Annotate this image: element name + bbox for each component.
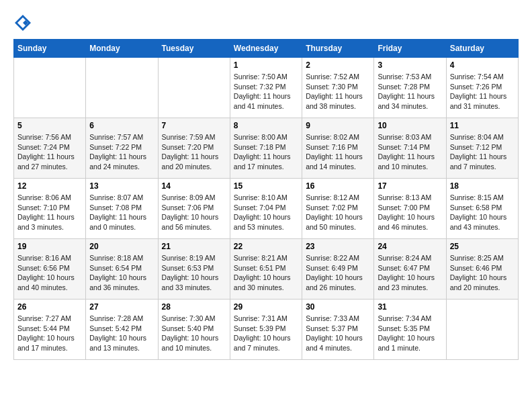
calendar-cell: 15Sunrise: 8:10 AM Sunset: 7:04 PM Dayli… xyxy=(230,179,302,239)
calendar-cell: 31Sunrise: 7:34 AM Sunset: 5:35 PM Dayli… xyxy=(374,300,446,360)
day-info: Sunrise: 7:30 AM Sunset: 5:40 PM Dayligh… xyxy=(162,314,226,353)
weekday-header: Sunday xyxy=(14,40,86,58)
day-info: Sunrise: 7:31 AM Sunset: 5:39 PM Dayligh… xyxy=(234,314,298,353)
day-number: 1 xyxy=(234,60,298,70)
day-info: Sunrise: 8:00 AM Sunset: 7:18 PM Dayligh… xyxy=(234,132,298,172)
day-info: Sunrise: 7:52 AM Sunset: 7:30 PM Dayligh… xyxy=(306,72,370,111)
day-info: Sunrise: 8:13 AM Sunset: 7:00 PM Dayligh… xyxy=(378,193,442,232)
calendar-week-row: 26Sunrise: 7:27 AM Sunset: 5:44 PM Dayli… xyxy=(14,300,519,360)
day-number: 9 xyxy=(306,121,370,130)
day-number: 19 xyxy=(17,242,82,251)
calendar-cell: 6Sunrise: 7:57 AM Sunset: 7:22 PM Daylig… xyxy=(86,118,158,179)
day-number: 8 xyxy=(234,121,298,130)
calendar-cell: 4Sunrise: 7:54 AM Sunset: 7:26 PM Daylig… xyxy=(446,58,518,118)
day-number: 17 xyxy=(378,181,442,191)
day-number: 12 xyxy=(17,181,82,191)
calendar-cell: 24Sunrise: 8:24 AM Sunset: 6:47 PM Dayli… xyxy=(374,239,446,300)
day-info: Sunrise: 7:57 AM Sunset: 7:22 PM Dayligh… xyxy=(89,132,154,172)
day-number: 4 xyxy=(450,60,515,70)
calendar-cell: 26Sunrise: 7:27 AM Sunset: 5:44 PM Dayli… xyxy=(14,300,86,360)
calendar-cell: 25Sunrise: 8:25 AM Sunset: 6:46 PM Dayli… xyxy=(446,239,518,300)
day-info: Sunrise: 7:53 AM Sunset: 7:28 PM Dayligh… xyxy=(378,72,442,111)
day-info: Sunrise: 8:15 AM Sunset: 6:58 PM Dayligh… xyxy=(450,193,515,232)
day-number: 24 xyxy=(378,242,442,251)
calendar-cell: 2Sunrise: 7:52 AM Sunset: 7:30 PM Daylig… xyxy=(302,58,374,118)
day-number: 25 xyxy=(450,242,515,251)
day-info: Sunrise: 7:28 AM Sunset: 5:42 PM Dayligh… xyxy=(89,314,154,353)
day-info: Sunrise: 8:06 AM Sunset: 7:10 PM Dayligh… xyxy=(17,193,82,232)
calendar-cell: 29Sunrise: 7:31 AM Sunset: 5:39 PM Dayli… xyxy=(230,300,302,360)
calendar-cell: 3Sunrise: 7:53 AM Sunset: 7:28 PM Daylig… xyxy=(374,58,446,118)
logo xyxy=(13,13,35,32)
day-info: Sunrise: 8:03 AM Sunset: 7:14 PM Dayligh… xyxy=(378,132,442,172)
calendar-cell: 12Sunrise: 8:06 AM Sunset: 7:10 PM Dayli… xyxy=(14,179,86,239)
calendar-cell: 16Sunrise: 8:12 AM Sunset: 7:02 PM Dayli… xyxy=(302,179,374,239)
weekday-header: Saturday xyxy=(446,40,518,58)
day-number: 18 xyxy=(450,181,515,191)
calendar-cell: 28Sunrise: 7:30 AM Sunset: 5:40 PM Dayli… xyxy=(158,300,230,360)
calendar-cell: 21Sunrise: 8:19 AM Sunset: 6:53 PM Dayli… xyxy=(158,239,230,300)
day-info: Sunrise: 7:59 AM Sunset: 7:20 PM Dayligh… xyxy=(162,132,226,172)
calendar-cell: 13Sunrise: 8:07 AM Sunset: 7:08 PM Dayli… xyxy=(86,179,158,239)
calendar-table: SundayMondayTuesdayWednesdayThursdayFrid… xyxy=(13,39,519,360)
weekday-header: Wednesday xyxy=(230,40,302,58)
calendar-cell xyxy=(86,58,158,118)
calendar-cell: 5Sunrise: 7:56 AM Sunset: 7:24 PM Daylig… xyxy=(14,118,86,179)
day-number: 15 xyxy=(234,181,298,191)
day-number: 29 xyxy=(234,302,298,312)
day-number: 20 xyxy=(89,242,154,251)
calendar-cell: 22Sunrise: 8:21 AM Sunset: 6:51 PM Dayli… xyxy=(230,239,302,300)
calendar-cell: 30Sunrise: 7:33 AM Sunset: 5:37 PM Dayli… xyxy=(302,300,374,360)
calendar-week-row: 1Sunrise: 7:50 AM Sunset: 7:32 PM Daylig… xyxy=(14,58,519,118)
calendar-week-row: 12Sunrise: 8:06 AM Sunset: 7:10 PM Dayli… xyxy=(14,179,519,239)
day-info: Sunrise: 8:10 AM Sunset: 7:04 PM Dayligh… xyxy=(234,193,298,232)
day-number: 6 xyxy=(89,121,154,130)
day-info: Sunrise: 8:12 AM Sunset: 7:02 PM Dayligh… xyxy=(306,193,370,232)
calendar-cell: 7Sunrise: 7:59 AM Sunset: 7:20 PM Daylig… xyxy=(158,118,230,179)
calendar-cell: 17Sunrise: 8:13 AM Sunset: 7:00 PM Dayli… xyxy=(374,179,446,239)
calendar-cell: 10Sunrise: 8:03 AM Sunset: 7:14 PM Dayli… xyxy=(374,118,446,179)
day-info: Sunrise: 8:04 AM Sunset: 7:12 PM Dayligh… xyxy=(450,132,515,172)
calendar-week-row: 19Sunrise: 8:16 AM Sunset: 6:56 PM Dayli… xyxy=(14,239,519,300)
day-info: Sunrise: 7:33 AM Sunset: 5:37 PM Dayligh… xyxy=(306,314,370,353)
day-info: Sunrise: 8:25 AM Sunset: 6:46 PM Dayligh… xyxy=(450,253,515,293)
weekday-header-row: SundayMondayTuesdayWednesdayThursdayFrid… xyxy=(14,40,519,58)
day-info: Sunrise: 8:16 AM Sunset: 6:56 PM Dayligh… xyxy=(17,253,82,293)
day-info: Sunrise: 7:50 AM Sunset: 7:32 PM Dayligh… xyxy=(234,72,298,111)
day-number: 3 xyxy=(378,60,442,70)
calendar-cell: 20Sunrise: 8:18 AM Sunset: 6:54 PM Dayli… xyxy=(86,239,158,300)
calendar-cell: 1Sunrise: 7:50 AM Sunset: 7:32 PM Daylig… xyxy=(230,58,302,118)
calendar-cell xyxy=(158,58,230,118)
day-number: 2 xyxy=(306,60,370,70)
day-number: 14 xyxy=(162,181,226,191)
day-number: 27 xyxy=(89,302,154,312)
weekday-header: Thursday xyxy=(302,40,374,58)
day-info: Sunrise: 8:19 AM Sunset: 6:53 PM Dayligh… xyxy=(162,253,226,293)
weekday-header: Monday xyxy=(86,40,158,58)
day-info: Sunrise: 8:24 AM Sunset: 6:47 PM Dayligh… xyxy=(378,253,442,293)
page-header xyxy=(13,13,519,32)
calendar-cell xyxy=(446,300,518,360)
day-number: 30 xyxy=(306,302,370,312)
calendar-cell: 27Sunrise: 7:28 AM Sunset: 5:42 PM Dayli… xyxy=(86,300,158,360)
calendar-cell: 19Sunrise: 8:16 AM Sunset: 6:56 PM Dayli… xyxy=(14,239,86,300)
day-number: 31 xyxy=(378,302,442,312)
day-number: 22 xyxy=(234,242,298,251)
day-number: 10 xyxy=(378,121,442,130)
day-info: Sunrise: 8:22 AM Sunset: 6:49 PM Dayligh… xyxy=(306,253,370,293)
calendar-cell: 23Sunrise: 8:22 AM Sunset: 6:49 PM Dayli… xyxy=(302,239,374,300)
day-info: Sunrise: 7:34 AM Sunset: 5:35 PM Dayligh… xyxy=(378,314,442,353)
weekday-header: Friday xyxy=(374,40,446,58)
day-info: Sunrise: 8:21 AM Sunset: 6:51 PM Dayligh… xyxy=(234,253,298,293)
day-info: Sunrise: 8:02 AM Sunset: 7:16 PM Dayligh… xyxy=(306,132,370,172)
calendar-cell: 8Sunrise: 8:00 AM Sunset: 7:18 PM Daylig… xyxy=(230,118,302,179)
day-info: Sunrise: 7:27 AM Sunset: 5:44 PM Dayligh… xyxy=(17,314,82,353)
day-info: Sunrise: 8:07 AM Sunset: 7:08 PM Dayligh… xyxy=(89,193,154,232)
day-number: 23 xyxy=(306,242,370,251)
day-number: 21 xyxy=(162,242,226,251)
day-number: 16 xyxy=(306,181,370,191)
day-info: Sunrise: 8:18 AM Sunset: 6:54 PM Dayligh… xyxy=(89,253,154,293)
day-info: Sunrise: 8:09 AM Sunset: 7:06 PM Dayligh… xyxy=(162,193,226,232)
weekday-header: Tuesday xyxy=(158,40,230,58)
day-number: 5 xyxy=(17,121,82,130)
